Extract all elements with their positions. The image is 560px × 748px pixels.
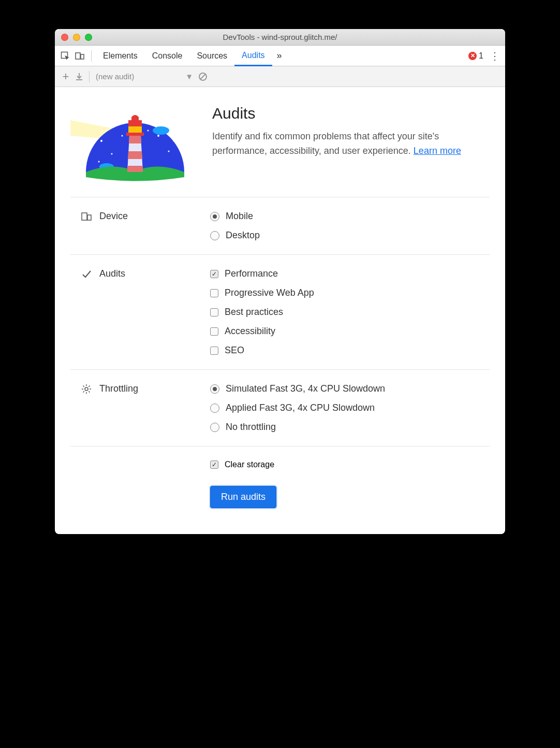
audits-section: Audits Performance Progressive Web App B…: [70, 255, 490, 370]
throttling-label-text: Throttling: [99, 383, 138, 394]
throttling-label: Throttling: [70, 383, 210, 433]
svg-rect-18: [82, 213, 87, 220]
hero-title: Audits: [212, 105, 490, 122]
audit-option-performance[interactable]: Performance: [210, 268, 490, 279]
kebab-menu-icon[interactable]: ⋮: [488, 49, 502, 63]
svg-point-20: [85, 387, 88, 391]
tabs-overflow-icon[interactable]: »: [272, 49, 287, 63]
device-toolbar-icon[interactable]: [72, 49, 87, 63]
audits-panel: Audits Identify and fix common problems …: [55, 87, 505, 534]
checkbox-icon: [210, 461, 218, 469]
throttling-option-simulated[interactable]: Simulated Fast 3G, 4x CPU Slowdown: [210, 383, 490, 394]
device-options: Mobile Desktop: [210, 211, 490, 241]
svg-line-4: [200, 74, 205, 79]
audits-label: Audits: [70, 268, 210, 356]
svg-point-10: [173, 140, 175, 142]
svg-point-12: [148, 130, 149, 132]
svg-rect-1: [76, 53, 80, 59]
svg-point-6: [111, 153, 113, 155]
tab-audits[interactable]: Audits: [234, 46, 272, 66]
chevron-down-icon: ▼: [185, 72, 193, 81]
run-audits-button[interactable]: Run audits: [210, 486, 276, 508]
window-controls: [61, 34, 92, 41]
checkbox-icon: [210, 347, 218, 355]
svg-rect-16: [128, 126, 142, 133]
radio-icon: [210, 404, 219, 413]
radio-icon: [210, 384, 219, 394]
audit-select[interactable]: (new audit) ▼: [93, 72, 196, 81]
divider: [91, 50, 92, 62]
audit-select-label: (new audit): [96, 72, 134, 81]
device-section: Device Mobile Desktop: [70, 197, 490, 255]
minimize-window-button[interactable]: [73, 34, 80, 41]
svg-point-13: [153, 126, 169, 135]
audit-option-seo[interactable]: SEO: [210, 345, 490, 356]
checkbox-icon: [210, 289, 218, 297]
svg-point-5: [100, 140, 102, 142]
block-icon[interactable]: [196, 70, 210, 83]
learn-more-link[interactable]: Learn more: [414, 146, 461, 156]
tab-sources[interactable]: Sources: [189, 46, 234, 66]
error-icon: ✕: [468, 52, 477, 60]
window-titlebar: DevTools - wind-sprout.glitch.me/: [55, 29, 505, 46]
clear-storage-option[interactable]: Clear storage: [210, 460, 274, 469]
option-label: Mobile: [226, 211, 253, 222]
hero-section: Audits Identify and fix common problems …: [70, 105, 490, 197]
audit-option-best-practices[interactable]: Best practices: [210, 307, 490, 318]
error-indicator[interactable]: ✕ 1: [468, 51, 483, 61]
close-window-button[interactable]: [61, 34, 68, 41]
throttling-option-none[interactable]: No throttling: [210, 422, 490, 433]
audit-option-pwa[interactable]: Progressive Web App: [210, 287, 490, 298]
window-title: DevTools - wind-sprout.glitch.me/: [55, 33, 505, 41]
svg-rect-2: [81, 54, 84, 59]
devtools-window: DevTools - wind-sprout.glitch.me/ Elemen…: [55, 29, 505, 534]
svg-rect-19: [87, 215, 91, 220]
hero-description: Identify and fix common problems that af…: [212, 130, 490, 159]
option-label: Clear storage: [225, 460, 274, 469]
throttling-option-applied[interactable]: Applied Fast 3G, 4x CPU Slowdown: [210, 402, 490, 413]
download-icon[interactable]: [72, 70, 86, 83]
error-count: 1: [479, 51, 483, 61]
radio-icon: [210, 423, 219, 432]
gear-icon: [81, 383, 92, 395]
divider: [89, 71, 90, 82]
throttling-section: Throttling Simulated Fast 3G, 4x CPU Slo…: [70, 370, 490, 447]
radio-icon: [210, 231, 219, 240]
svg-rect-17: [126, 133, 144, 136]
svg-point-7: [122, 135, 123, 137]
inspect-element-icon[interactable]: [58, 49, 72, 63]
option-label: Progressive Web App: [225, 287, 314, 298]
device-icon: [81, 211, 92, 222]
storage-section: Clear storage Run audits: [70, 447, 490, 513]
audits-toolbar: + (new audit) ▼: [55, 66, 505, 87]
svg-point-11: [98, 161, 100, 163]
option-label: Performance: [225, 268, 278, 279]
checkbox-icon: [210, 327, 218, 336]
new-audit-icon[interactable]: +: [59, 70, 72, 83]
audits-label-text: Audits: [99, 268, 125, 279]
tab-console[interactable]: Console: [145, 46, 190, 66]
lighthouse-illustration: [70, 105, 195, 182]
checkbox-icon: [210, 308, 218, 317]
option-label: SEO: [225, 345, 244, 356]
device-option-desktop[interactable]: Desktop: [210, 230, 490, 241]
zoom-window-button[interactable]: [85, 34, 92, 41]
option-label: Applied Fast 3G, 4x CPU Slowdown: [226, 402, 375, 413]
tab-elements[interactable]: Elements: [96, 46, 145, 66]
option-label: Best practices: [225, 307, 283, 318]
option-label: Simulated Fast 3G, 4x CPU Slowdown: [226, 383, 385, 394]
device-option-mobile[interactable]: Mobile: [210, 211, 490, 222]
checkbox-icon: [210, 270, 218, 278]
audit-option-accessibility[interactable]: Accessibility: [210, 326, 490, 337]
device-label-text: Device: [99, 211, 128, 222]
svg-rect-15: [128, 120, 142, 126]
svg-point-9: [168, 151, 170, 152]
svg-point-8: [157, 135, 159, 137]
hero-description-text: Identify and fix common problems that af…: [212, 131, 439, 156]
hero-text: Audits Identify and fix common problems …: [212, 105, 490, 159]
devtools-tabrow: Elements Console Sources Audits » ✕ 1 ⋮: [55, 46, 505, 66]
option-label: Desktop: [226, 230, 260, 241]
device-label: Device: [70, 211, 210, 241]
option-label: No throttling: [226, 422, 276, 433]
audits-options: Performance Progressive Web App Best pra…: [210, 268, 490, 356]
